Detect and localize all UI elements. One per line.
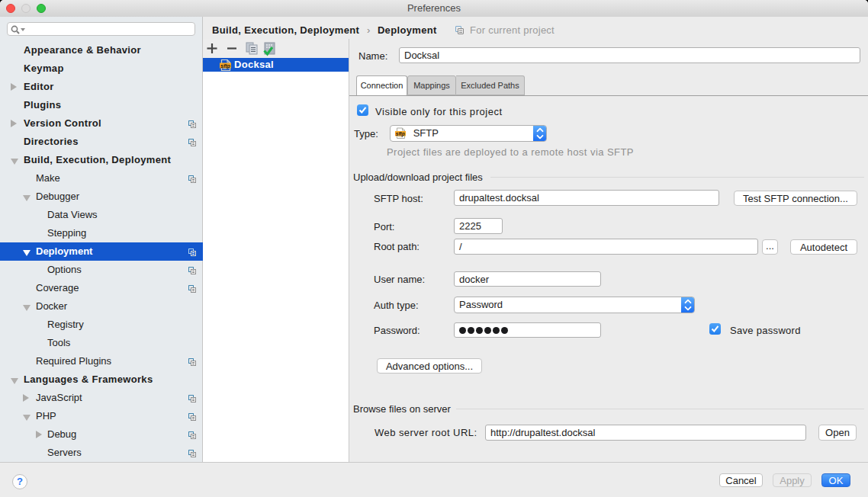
svg-text:sftp: sftp bbox=[220, 63, 231, 69]
svg-text:sftp: sftp bbox=[396, 130, 405, 136]
